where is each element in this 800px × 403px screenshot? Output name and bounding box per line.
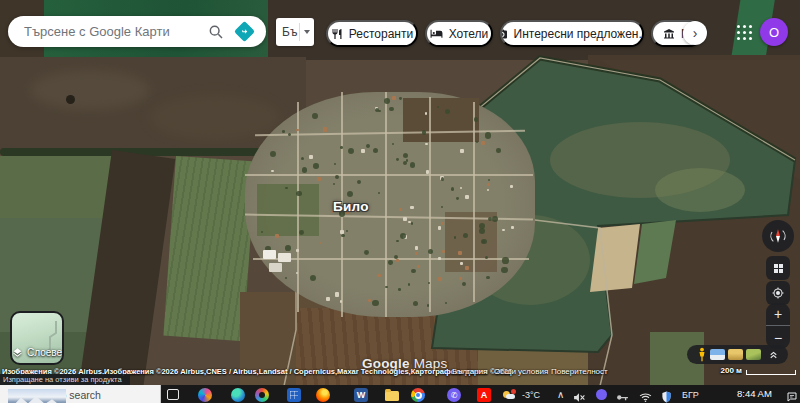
pill-restaurants[interactable]: Ресторанти [326, 20, 418, 47]
village-tree [411, 222, 413, 224]
wifi-icon[interactable] [639, 389, 652, 403]
country-link[interactable]: България [452, 367, 487, 376]
clock[interactable]: 8:44 AM [737, 388, 772, 399]
google-apps-button[interactable] [737, 25, 752, 40]
village-tree [463, 233, 468, 238]
office-app-icon[interactable] [287, 388, 301, 402]
village-tree [427, 304, 430, 307]
village-house [323, 127, 327, 131]
village-house [410, 206, 414, 210]
village-tree [392, 143, 394, 145]
village-house [320, 242, 322, 244]
chrome-icon[interactable] [411, 388, 425, 402]
scale-control[interactable]: 200 м [721, 366, 797, 375]
apps-grid-icon [737, 25, 740, 28]
temperature-label[interactable]: -3°C [522, 390, 540, 400]
village-tree [408, 283, 410, 285]
imagery-thumbnail[interactable] [710, 349, 725, 360]
viber-tray-icon[interactable] [596, 389, 607, 400]
village-house [340, 300, 343, 303]
mountains-image [12, 395, 62, 403]
village-house [441, 222, 444, 225]
village-tree [398, 288, 401, 291]
village-tree [313, 163, 318, 168]
news-weather-widget[interactable] [8, 389, 66, 403]
pegman-icon[interactable] [697, 347, 707, 362]
imagery-thumbnail[interactable] [746, 349, 761, 360]
imagery-tiles-button[interactable] [766, 256, 790, 280]
viber-icon[interactable]: ✆ [447, 388, 461, 402]
imagery-bar [687, 345, 788, 364]
security-shield-icon[interactable] [661, 389, 672, 403]
imagery-thumbnail[interactable] [728, 349, 743, 360]
village-tree [347, 191, 353, 197]
village-tree [364, 250, 369, 255]
taskbar-search-box[interactable]: Type here to search [0, 385, 161, 403]
copilot-icon[interactable] [198, 388, 212, 402]
directions-icon [234, 21, 255, 42]
village-tree [441, 206, 443, 208]
village-tree [476, 141, 478, 143]
village-tree [261, 231, 263, 233]
village-house [396, 259, 399, 262]
keyboard-language-label[interactable]: БГР [682, 390, 699, 400]
my-location-button[interactable] [766, 281, 790, 305]
village-tree [346, 230, 348, 232]
village-house [326, 297, 330, 301]
map-place-label: Било [333, 199, 369, 214]
village-tree [413, 301, 418, 306]
village-tree [462, 282, 466, 286]
scale-label: 200 м [721, 366, 743, 375]
file-explorer-icon[interactable] [385, 391, 399, 401]
action-center-icon[interactable] [786, 389, 798, 403]
village-tree [288, 133, 291, 136]
collapse-controls-button[interactable] [768, 349, 779, 360]
pill-attractions[interactable]: Интересни предложен... [500, 20, 644, 47]
edge-browser-icon[interactable] [231, 388, 245, 402]
divider [299, 23, 300, 41]
village-tree [399, 97, 402, 100]
village-tree [285, 245, 291, 251]
industrial-buildings [263, 250, 276, 259]
input-tools-selector[interactable]: Бъ [276, 18, 314, 46]
village-tree [348, 148, 354, 154]
scale-bar [746, 370, 796, 375]
terms-link[interactable]: Общи условия [494, 367, 548, 376]
volume-muted-icon[interactable] [573, 389, 586, 403]
village-tree [445, 302, 447, 304]
village-house [415, 246, 419, 250]
village-tree [333, 183, 335, 185]
village-tree [451, 187, 454, 190]
directions-button[interactable] [227, 24, 266, 39]
search-button[interactable] [204, 19, 227, 45]
zoom-in-button[interactable]: + [766, 303, 790, 326]
village-tree [335, 175, 339, 179]
privacy-link[interactable]: Поверителност [551, 367, 608, 376]
photos-app-icon[interactable] [255, 388, 269, 402]
task-view-icon[interactable] [167, 389, 179, 400]
adobe-acrobat-icon[interactable]: A [477, 388, 491, 402]
pill-hotels[interactable]: Хотели [425, 20, 493, 47]
village-house [335, 292, 339, 296]
map-canvas[interactable]: Било [0, 0, 800, 403]
search-input[interactable] [8, 24, 204, 39]
village-house [296, 272, 298, 274]
layers-control[interactable]: Слоеве [10, 311, 64, 365]
village-house [502, 229, 505, 232]
account-avatar[interactable]: O [760, 18, 788, 46]
village-tree [445, 109, 450, 114]
village-house [392, 96, 396, 100]
compass-control[interactable] [762, 220, 794, 252]
village-tree [302, 167, 308, 173]
village-house [460, 149, 464, 153]
key-tray-icon[interactable] [616, 389, 629, 403]
tray-expand-chevron[interactable]: ∧ [557, 389, 564, 400]
village-tree [396, 158, 399, 161]
village-tree [366, 144, 370, 148]
village-house [487, 189, 489, 191]
weather-tray-icon[interactable] [503, 389, 517, 401]
word-icon[interactable]: W [354, 388, 368, 402]
firefox-icon[interactable] [316, 388, 330, 402]
compass-icon [768, 221, 788, 251]
more-categories-button[interactable]: › [683, 21, 707, 45]
